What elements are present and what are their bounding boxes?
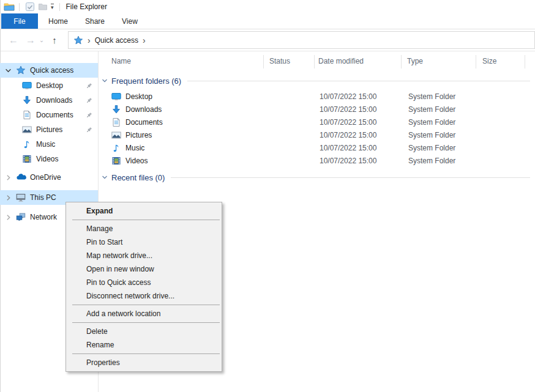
- file-row-videos[interactable]: Videos 10/07/2022 15:00 System Folder: [98, 154, 535, 167]
- column-divider[interactable]: [525, 55, 525, 68]
- group-header-line: [187, 81, 530, 81]
- menu-separator: [72, 322, 220, 323]
- navigation-bar: ← → ⌄ ↑ › Quick access ›: [1, 29, 535, 51]
- group-header-recent-files[interactable]: Recent files (0): [98, 172, 530, 183]
- chevron-right-icon[interactable]: [5, 214, 12, 221]
- group-header-line: [171, 177, 530, 178]
- file-row-documents[interactable]: Documents 10/07/2022 15:00 System Folder: [98, 116, 535, 128]
- column-divider[interactable]: [476, 55, 476, 68]
- tab-view[interactable]: View: [113, 13, 146, 29]
- file-name: Documents: [125, 118, 163, 127]
- column-header-date-modified[interactable]: Date modified: [318, 57, 364, 65]
- chevron-down-icon[interactable]: [5, 67, 12, 74]
- chevron-down-icon[interactable]: [102, 174, 108, 180]
- sidebar-item-label: This PC: [30, 193, 56, 202]
- ribbon-tabs: File Home Share View: [1, 13, 535, 29]
- file-type: System Folder: [408, 131, 455, 139]
- menu-item-properties[interactable]: Properties: [66, 356, 222, 369]
- qat-customize-dropdown-icon[interactable]: ▾: [51, 4, 54, 10]
- file-type: System Folder: [408, 118, 455, 127]
- tab-home[interactable]: Home: [40, 13, 77, 29]
- column-divider[interactable]: [263, 55, 264, 68]
- file-type: System Folder: [408, 92, 455, 101]
- downloads-icon: [22, 95, 32, 105]
- chevron-right-icon[interactable]: [5, 174, 12, 181]
- column-header-size[interactable]: Size: [482, 57, 496, 65]
- sidebar-item-downloads[interactable]: Downloads: [0, 93, 98, 108]
- pictures-icon: [22, 125, 32, 135]
- address-bar[interactable]: › Quick access ›: [68, 31, 535, 49]
- column-header-name[interactable]: Name: [111, 57, 131, 65]
- file-type: System Folder: [408, 144, 455, 152]
- menu-item-rename[interactable]: Rename: [66, 338, 222, 352]
- desktop-icon: [22, 81, 32, 91]
- group-header-frequent-folders[interactable]: Frequent folders (6): [98, 75, 530, 86]
- file-name: Pictures: [125, 131, 152, 139]
- this-pc-icon: [16, 193, 26, 202]
- recent-locations-chevron-icon[interactable]: ⌄: [37, 29, 46, 51]
- sidebar-item-label: Pictures: [36, 125, 62, 134]
- onedrive-icon: [16, 172, 26, 182]
- chevron-down-icon[interactable]: [102, 78, 108, 84]
- file-explorer-window: ▾ File Explorer File Home Share View ← →…: [0, 0, 535, 392]
- forward-arrow-icon[interactable]: →: [24, 29, 37, 51]
- videos-icon: [111, 156, 121, 166]
- tab-share[interactable]: Share: [77, 13, 113, 29]
- file-date-modified: 10/07/2022 15:00: [320, 118, 376, 127]
- column-divider[interactable]: [401, 55, 402, 68]
- column-header-status[interactable]: Status: [269, 57, 290, 65]
- file-row-downloads[interactable]: Downloads 10/07/2022 15:00 System Folder: [98, 103, 535, 116]
- group-header-label[interactable]: Recent files (0): [111, 173, 165, 182]
- menu-item-disconnect-network-drive[interactable]: Disconnect network drive...: [66, 289, 222, 303]
- column-header-type[interactable]: Type: [407, 57, 423, 65]
- sidebar-item-documents[interactable]: Documents: [0, 108, 98, 122]
- file-type: System Folder: [408, 157, 455, 165]
- file-date-modified: 10/07/2022 15:00: [320, 92, 376, 101]
- sidebar-item-pictures[interactable]: Pictures: [0, 122, 98, 137]
- sidebar-item-quick-access[interactable]: Quick access: [0, 63, 98, 78]
- sidebar-item-videos[interactable]: Videos: [0, 152, 98, 166]
- documents-icon: [22, 110, 32, 120]
- file-explorer-logo-icon: [3, 2, 15, 12]
- sidebar-item-music[interactable]: Music: [0, 137, 98, 152]
- tab-file[interactable]: File: [1, 13, 38, 29]
- breadcrumb-chevron-icon[interactable]: ›: [88, 36, 91, 45]
- menu-separator: [72, 220, 220, 220]
- menu-separator: [72, 305, 220, 305]
- menu-item-pin-to-quick-access[interactable]: Pin to Quick access: [66, 276, 222, 289]
- sidebar-item-label: Quick access: [30, 66, 73, 75]
- breadcrumb-location[interactable]: Quick access: [95, 36, 138, 45]
- menu-item-add-a-network-location[interactable]: Add a network location: [66, 307, 222, 320]
- file-row-pictures[interactable]: Pictures 10/07/2022 15:00 System Folder: [98, 128, 535, 141]
- quick-access-star-icon: [16, 65, 26, 75]
- sidebar-item-onedrive[interactable]: OneDrive: [0, 170, 98, 185]
- group-header-label[interactable]: Frequent folders (6): [111, 76, 181, 86]
- file-name: Desktop: [125, 92, 152, 101]
- network-icon: [16, 212, 26, 222]
- qat-new-folder-button[interactable]: [37, 2, 48, 12]
- column-divider[interactable]: [314, 55, 315, 68]
- menu-item-delete[interactable]: Delete: [66, 325, 222, 338]
- chevron-right-icon[interactable]: [5, 194, 12, 201]
- back-arrow-icon[interactable]: ←: [7, 29, 20, 51]
- file-date-modified: 10/07/2022 15:00: [320, 105, 376, 114]
- file-row-desktop[interactable]: Desktop 10/07/2022 15:00 System Folder: [98, 90, 535, 103]
- breadcrumb-chevron-icon[interactable]: ›: [143, 36, 146, 45]
- up-arrow-icon[interactable]: ↑: [47, 29, 62, 51]
- menu-item-expand[interactable]: Expand: [66, 204, 222, 218]
- file-name: Music: [125, 144, 144, 152]
- sidebar-item-label: Downloads: [36, 96, 72, 105]
- menu-item-pin-to-start[interactable]: Pin to Start: [66, 235, 222, 249]
- menu-item-map-network-drive[interactable]: Map network drive...: [66, 249, 222, 262]
- sidebar-item-label: Desktop: [36, 81, 63, 90]
- file-name: Videos: [125, 157, 148, 165]
- downloads-icon: [111, 105, 121, 114]
- sidebar-item-desktop[interactable]: Desktop: [0, 78, 98, 93]
- qat-properties-button[interactable]: [24, 2, 35, 12]
- music-icon: [111, 143, 121, 153]
- quick-access-star-icon: [73, 35, 83, 45]
- menu-item-manage[interactable]: Manage: [66, 222, 222, 235]
- menu-item-open-in-new-window[interactable]: Open in new window: [66, 262, 222, 276]
- titlebar-separator: [59, 3, 60, 11]
- file-row-music[interactable]: Music 10/07/2022 15:00 System Folder: [98, 141, 535, 154]
